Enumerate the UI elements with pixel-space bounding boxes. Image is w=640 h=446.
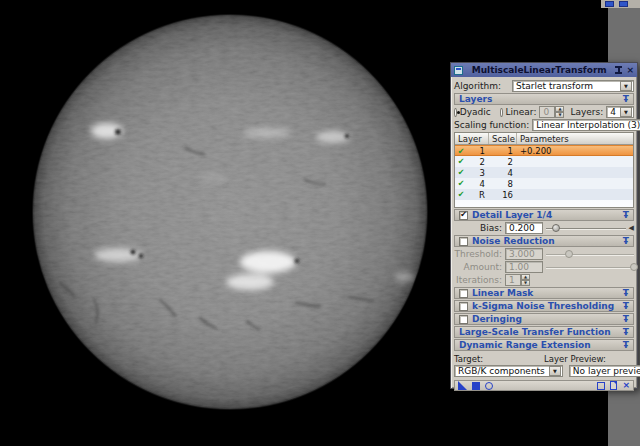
section-fold-icon[interactable]: Ŧ — [623, 211, 629, 220]
target-value: RGB/K components — [455, 366, 548, 376]
cell-layer: 4 — [467, 179, 489, 189]
linear-label: Linear: — [506, 107, 537, 117]
table-row[interactable]: ✔ 2 2 — [455, 156, 633, 167]
k-sigma-checkbox[interactable] — [459, 302, 468, 311]
section-title: k-Sigma Noise Thresholding — [472, 301, 619, 311]
pixinsight-workspace: MultiscaleLinearTransform × Algorithm: S… — [0, 0, 640, 446]
linear-radio[interactable] — [500, 108, 503, 117]
layer-enabled-check-icon[interactable]: ✔ — [455, 168, 467, 177]
table-row[interactable]: ✔ R 16 — [455, 189, 633, 200]
layers-count-label: Layers: — [570, 107, 603, 117]
toolbar-button-fragment-icon[interactable] — [605, 1, 614, 7]
section-header-detail-layer[interactable]: ✔ Detail Layer 1/4 Ŧ — [454, 209, 634, 221]
layer-enabled-check-icon[interactable]: ✔ — [455, 147, 467, 156]
cell-layer: R — [467, 190, 489, 200]
cell-layer: 2 — [467, 157, 489, 167]
spin-down-icon[interactable]: ▼ — [521, 280, 530, 286]
col-header-layer: Layer — [455, 133, 489, 144]
amount-input[interactable]: 1.00 — [505, 261, 543, 273]
section-header-deringing[interactable]: Deringing Ŧ — [454, 313, 634, 325]
table-row[interactable]: ✔ 1 1 +0.200 — [455, 145, 633, 156]
section-fold-icon[interactable]: Ŧ — [623, 289, 629, 298]
bias-input[interactable]: 0.200 — [505, 222, 543, 234]
new-instance-icon[interactable] — [458, 381, 467, 390]
scaling-function-select[interactable]: Linear Interpolation (3) ▼ — [532, 119, 640, 131]
linear-mask-checkbox[interactable] — [459, 289, 468, 298]
spin-down-icon[interactable]: ▼ — [555, 112, 564, 118]
section-fold-icon[interactable]: Ŧ — [623, 328, 629, 337]
section-title: Deringing — [472, 314, 619, 324]
clipped-toolbar-fragment — [601, 0, 640, 8]
iterations-label: Iterations: — [454, 275, 502, 285]
section-header-large-scale-transfer[interactable]: Large-Scale Transfer Function Ŧ — [454, 326, 634, 338]
chevron-down-icon[interactable]: ▼ — [620, 81, 632, 91]
dialog-titlebar[interactable]: MultiscaleLinearTransform × — [451, 63, 637, 77]
section-header-k-sigma[interactable]: k-Sigma Noise Thresholding Ŧ — [454, 300, 634, 312]
scaling-function-value: Linear Interpolation (3) — [533, 120, 640, 130]
layers-count-select[interactable]: 4 ▼ — [606, 106, 634, 118]
cell-layer: 3 — [467, 168, 489, 178]
real-time-preview-icon[interactable] — [485, 382, 493, 390]
layer-table[interactable]: Layer Scale Parameters ✔ 1 1 +0.200 ✔ 2 … — [454, 132, 634, 208]
threshold-slider[interactable] — [546, 250, 634, 259]
cell-scale: 8 — [489, 179, 517, 189]
toolbar-button-fragment-icon[interactable] — [619, 1, 628, 7]
section-header-linear-mask[interactable]: Linear Mask Ŧ — [454, 287, 634, 299]
col-header-scale: Scale — [489, 133, 517, 144]
iterations-value: 1 — [505, 274, 521, 286]
threshold-slider-handle[interactable] — [565, 250, 573, 258]
cell-scale: 1 — [489, 146, 517, 156]
algorithm-value: Starlet transform — [513, 81, 619, 91]
browse-documentation-icon[interactable] — [610, 381, 617, 390]
section-fold-icon[interactable]: Ŧ — [623, 237, 629, 246]
table-row[interactable]: ✔ 4 8 — [455, 178, 633, 189]
bias-slider-handle[interactable] — [552, 224, 560, 232]
section-header-noise-reduction[interactable]: Noise Reduction Ŧ — [454, 235, 634, 247]
linear-value: 0 — [539, 106, 555, 118]
detail-layer-checkbox[interactable]: ✔ — [459, 211, 468, 220]
table-row[interactable]: ✔ 3 4 — [455, 167, 633, 178]
layer-preview-select[interactable]: No layer preview ▼ — [569, 365, 640, 377]
section-fold-icon[interactable]: Ŧ — [623, 315, 629, 324]
target-select[interactable]: RGB/K components ▼ — [454, 365, 563, 377]
chevron-down-icon[interactable]: ▼ — [549, 366, 561, 376]
section-title: Noise Reduction — [472, 236, 619, 246]
algorithm-select[interactable]: Starlet transform ▼ — [512, 80, 634, 92]
section-fold-icon[interactable]: Ŧ — [623, 341, 629, 350]
layer-table-header: Layer Scale Parameters — [455, 133, 633, 145]
layer-preview-value: No layer preview — [570, 366, 640, 376]
linear-spinbox[interactable]: 0 ▲ ▼ — [539, 106, 564, 118]
chevron-down-icon[interactable]: ▼ — [620, 107, 632, 117]
layers-count-value: 4 — [607, 107, 619, 117]
bias-label: Bias: — [454, 223, 502, 233]
section-fold-icon[interactable]: Ŧ — [623, 302, 629, 311]
apply-global-icon[interactable] — [597, 382, 605, 390]
section-title: Large-Scale Transfer Function — [459, 327, 619, 337]
amount-slider[interactable] — [546, 263, 634, 272]
noise-reduction-checkbox[interactable] — [459, 237, 468, 246]
apply-icon[interactable] — [472, 382, 480, 390]
layer-enabled-check-icon[interactable]: ✔ — [455, 179, 467, 188]
iterations-spinbox[interactable]: 1 ▲ ▼ — [505, 274, 530, 286]
amount-slider-handle[interactable] — [630, 263, 638, 271]
close-icon[interactable]: × — [626, 66, 634, 74]
bias-reset-icon[interactable]: ◀ — [629, 224, 634, 233]
dialog-body: Algorithm: Starlet transform ▼ Layers Ŧ … — [451, 77, 637, 388]
bias-slider[interactable] — [546, 224, 626, 233]
cell-layer: 1 — [467, 146, 489, 156]
section-fold-icon[interactable]: Ŧ — [623, 95, 629, 104]
threshold-input[interactable]: 3.000 — [505, 248, 543, 260]
layer-enabled-check-icon[interactable]: ✔ — [455, 190, 467, 199]
cell-scale: 2 — [489, 157, 517, 167]
scaling-function-label: Scaling function: — [454, 120, 529, 130]
layer-preview-label: Layer Preview: — [544, 354, 634, 364]
section-header-dynamic-range[interactable]: Dynamic Range Extension Ŧ — [454, 339, 634, 351]
deringing-checkbox[interactable] — [459, 315, 468, 324]
dyadic-label: Dyadic — [460, 107, 491, 117]
shade-window-icon[interactable] — [615, 66, 622, 74]
reset-icon[interactable]: × — [622, 381, 630, 390]
dyadic-radio[interactable] — [454, 108, 457, 117]
section-header-layers[interactable]: Layers Ŧ — [454, 93, 634, 105]
layer-enabled-check-icon[interactable]: ✔ — [455, 157, 467, 166]
process-icon — [454, 66, 463, 75]
